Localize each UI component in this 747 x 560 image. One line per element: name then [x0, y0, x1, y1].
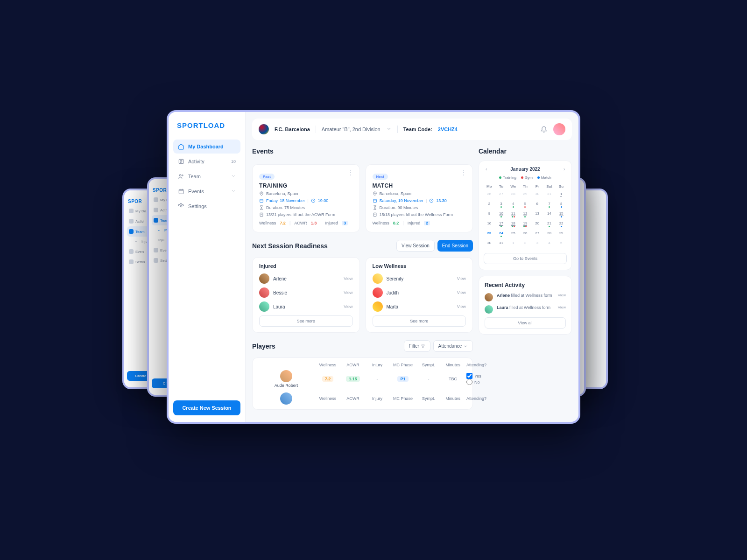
recent-activity-heading: Recent Activity — [485, 282, 566, 288]
see-more-button[interactable]: See more — [259, 315, 353, 327]
calendar-day[interactable]: 28 — [544, 230, 555, 238]
calendar-day[interactable]: 22 — [556, 220, 567, 229]
avatar — [373, 301, 383, 312]
calendar-day[interactable]: 31 — [496, 239, 507, 248]
calendar-day[interactable]: 27 — [496, 190, 507, 199]
calendar-day[interactable]: 15 — [556, 210, 567, 219]
view-link[interactable]: View — [344, 304, 352, 309]
attending-yes[interactable]: Yes — [466, 373, 499, 379]
calendar-day[interactable]: 14 — [544, 210, 555, 219]
calendar-day[interactable]: 21 — [544, 220, 555, 229]
attending-no[interactable]: No — [466, 379, 499, 385]
calendar-day[interactable]: 1 — [507, 239, 519, 248]
calendar-day[interactable]: 8 — [556, 200, 567, 209]
calendar-day[interactable]: 19 — [520, 220, 531, 229]
calendar-day[interactable]: 26 — [484, 190, 495, 199]
calendar-day[interactable]: 13 — [532, 210, 543, 219]
calendar-day[interactable]: 5 — [520, 200, 531, 209]
avatar — [373, 273, 383, 284]
calendar-day[interactable]: 29 — [520, 190, 531, 199]
calendar-heading: Calendar — [479, 147, 572, 155]
view-link[interactable]: View — [558, 305, 566, 309]
calendar-day[interactable]: 30 — [532, 190, 543, 199]
view-link[interactable]: View — [558, 293, 566, 297]
avatar — [259, 301, 269, 312]
recent-activity-item: Arlene filled at Wellness form View — [485, 293, 566, 301]
avatar — [373, 287, 383, 298]
readiness-item: SerenityView — [373, 273, 466, 284]
calendar-day[interactable]: 4 — [507, 200, 519, 209]
event-title: TRAINING — [259, 182, 353, 189]
sidebar-item-events[interactable]: Events — [173, 184, 240, 198]
calendar-next[interactable]: › — [562, 166, 567, 173]
notifications-icon[interactable] — [540, 125, 548, 133]
user-avatar[interactable] — [553, 123, 565, 135]
calendar-day[interactable]: 20 — [532, 220, 543, 229]
calendar-day[interactable]: 12 — [520, 210, 531, 219]
calendar-day[interactable]: 3 — [496, 200, 507, 209]
calendar-day[interactable]: 10 — [496, 210, 507, 219]
view-link[interactable]: View — [457, 304, 466, 309]
calendar-day[interactable]: 1 — [556, 190, 567, 199]
see-more-button[interactable]: See more — [373, 315, 466, 327]
chevron-down-icon — [231, 189, 236, 194]
end-session-button[interactable]: End Session — [437, 240, 473, 252]
team-name: F.C. Barcelona — [275, 126, 310, 132]
event-card-past[interactable]: ⋮ Past TRAINING Barcelona, Spain Friday,… — [252, 164, 360, 232]
hourglass-icon — [259, 205, 264, 210]
calendar-day[interactable]: 17 — [496, 220, 507, 229]
calendar-day[interactable]: 2 — [520, 239, 531, 248]
form-icon — [373, 212, 377, 217]
calendar-day[interactable]: 18 — [507, 220, 519, 229]
attendance-dropdown[interactable]: Attendance — [433, 340, 473, 352]
calendar-prev[interactable]: ‹ — [484, 166, 489, 173]
calendar-day[interactable]: 28 — [507, 190, 519, 199]
view-all-button[interactable]: View all — [485, 317, 566, 329]
more-icon[interactable]: ⋮ — [347, 170, 354, 175]
chevron-down-icon — [231, 174, 236, 179]
team-code-value: 2VCHZ4 — [438, 126, 458, 132]
calendar-day[interactable]: 3 — [532, 239, 543, 248]
sidebar-item-team[interactable]: Team — [173, 169, 240, 183]
calendar-day[interactable]: 4 — [544, 239, 555, 248]
sidebar-item-settings[interactable]: Settings — [173, 199, 240, 213]
view-link[interactable]: View — [344, 276, 352, 281]
calendar-day[interactable]: 27 — [532, 230, 543, 238]
sidebar-item-dashboard[interactable]: My Dashboard — [173, 140, 240, 154]
calendar-day[interactable]: 30 — [484, 239, 495, 248]
create-session-button[interactable]: Create New Session — [173, 400, 240, 415]
goto-events-button[interactable]: Go to Events — [484, 253, 567, 264]
calendar-day[interactable]: 5 — [556, 239, 567, 248]
calendar-day[interactable]: 11 — [507, 210, 519, 219]
filter-button[interactable]: Filter — [404, 340, 430, 352]
players-heading: Players — [252, 343, 275, 350]
view-link[interactable]: View — [344, 290, 352, 295]
calendar-day[interactable]: 7 — [544, 200, 555, 209]
calendar-day[interactable]: 31 — [544, 190, 555, 199]
form-icon — [259, 212, 264, 217]
calendar-day[interactable]: 16 — [484, 220, 495, 229]
calendar-day[interactable]: 6 — [532, 200, 543, 209]
sidebar-item-label: Events — [188, 189, 204, 194]
calendar-day[interactable]: 9 — [484, 210, 495, 219]
event-card-next[interactable]: ⋮ Next MATCH Barcelona, Spain Saturday, … — [366, 164, 473, 232]
division-dropdown[interactable] — [386, 126, 392, 133]
calendar-day[interactable]: 23 — [484, 230, 495, 238]
calendar-day[interactable]: 25 — [507, 230, 519, 238]
main-window: SPORTLOAD My Dashboard Activity 10 Team … — [167, 110, 580, 424]
calendar-day[interactable]: 2 — [484, 200, 495, 209]
calendar-day[interactable]: 26 — [520, 230, 531, 238]
more-icon[interactable]: ⋮ — [460, 170, 467, 175]
location-icon — [259, 191, 264, 196]
events-heading: Events — [252, 147, 274, 155]
view-link[interactable]: View — [457, 276, 466, 281]
hourglass-icon — [373, 205, 377, 210]
calendar-day[interactable]: 24 — [496, 230, 507, 238]
readiness-item: ArleneView — [259, 273, 353, 284]
low-wellness-card: Low Wellness SerenityViewJudithViewMarta… — [366, 257, 473, 333]
view-session-button[interactable]: View Session — [396, 240, 435, 252]
view-link[interactable]: View — [457, 290, 466, 295]
logo: SPORTLOAD — [173, 121, 240, 140]
sidebar-item-activity[interactable]: Activity 10 — [173, 154, 240, 168]
calendar-day[interactable]: 29 — [556, 230, 567, 238]
